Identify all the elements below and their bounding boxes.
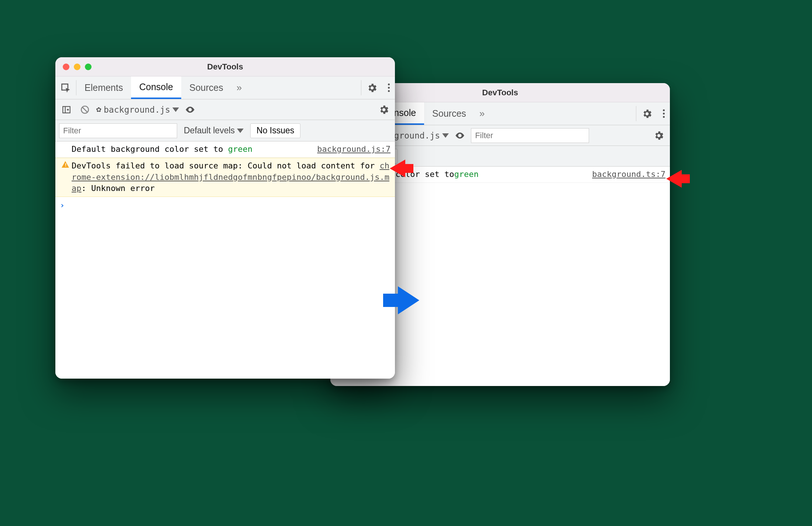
console-toolbar: ✿ background.js: [55, 99, 395, 120]
warning-row: DevTools failed to load source map: Coul…: [55, 158, 395, 197]
prompt-chevron-icon: ›: [60, 201, 65, 210]
more-vertical-icon: [388, 83, 390, 92]
filter-input[interactable]: [59, 123, 177, 138]
issues-button[interactable]: No Issues: [250, 123, 300, 138]
gutter: [59, 144, 72, 155]
console-filterbar: Default levels No Issues: [55, 120, 395, 141]
sidebar-toggle-button[interactable]: [59, 102, 74, 117]
log-message: background.js:7 Default background color…: [72, 144, 390, 155]
filter-input[interactable]: [471, 128, 589, 143]
gear-icon: [378, 104, 389, 115]
kebab-menu-button[interactable]: [383, 76, 395, 99]
chevron-down-icon: [442, 133, 449, 138]
console-prompt-row[interactable]: ›: [55, 197, 395, 214]
kebab-menu-button[interactable]: [658, 102, 670, 125]
log-color-word: green: [228, 144, 252, 154]
red-arrow-annotation-right: [666, 170, 682, 188]
titlebar: DevTools: [55, 57, 395, 76]
tab-console[interactable]: Console: [131, 76, 181, 99]
traffic-lights: [63, 64, 92, 70]
more-tabs-button[interactable]: »: [231, 76, 247, 99]
window-title: DevTools: [207, 62, 243, 72]
devtools-window-left: DevTools Elements Console Sources »: [55, 57, 395, 379]
levels-label: Default levels: [184, 126, 235, 136]
gear-small-icon: ✿: [96, 106, 102, 114]
tab-label: Elements: [85, 82, 123, 93]
log-source-link[interactable]: background.ts:7: [588, 169, 665, 180]
context-label: background.js: [104, 105, 170, 115]
gear-icon: [653, 130, 664, 141]
live-expression-button[interactable]: [183, 102, 197, 117]
log-source-link[interactable]: background.js:7: [313, 144, 390, 155]
tab-elements[interactable]: Elements: [76, 76, 131, 99]
inspect-button[interactable]: [55, 76, 76, 99]
warning-suffix: : Unknown error: [82, 184, 155, 193]
eye-icon: [185, 105, 195, 115]
warning-icon: [62, 161, 69, 168]
tab-label: Console: [139, 82, 173, 92]
sidebar-icon: [62, 105, 71, 115]
tab-label: Sources: [189, 82, 223, 93]
log-color-word: green: [454, 169, 478, 180]
inspect-icon: [61, 83, 71, 93]
levels-selector[interactable]: Default levels: [184, 126, 244, 136]
chevron-down-icon: [237, 129, 244, 133]
chevron-down-icon: [172, 107, 179, 112]
live-expression-button[interactable]: [453, 128, 467, 143]
warning-message: DevTools failed to load source map: Coul…: [72, 160, 390, 194]
tab-sources[interactable]: Sources: [424, 102, 474, 125]
more-tabs-button[interactable]: »: [474, 102, 490, 125]
more-vertical-icon: [663, 109, 665, 118]
gear-icon: [367, 82, 378, 93]
issues-label: No Issues: [257, 126, 294, 136]
console-output: background.js:7 Default background color…: [55, 141, 395, 379]
gutter: [59, 160, 72, 194]
main-tabbar: Elements Console Sources »: [55, 76, 395, 99]
eye-icon: [455, 130, 465, 141]
zoom-dot[interactable]: [85, 64, 92, 70]
blue-arrow-annotation: [398, 286, 419, 314]
console-settings-button[interactable]: [376, 102, 391, 117]
window-title: DevTools: [482, 88, 518, 98]
ban-icon: [80, 105, 90, 115]
settings-button[interactable]: [636, 102, 658, 125]
warning-prefix: DevTools failed to load source map: Coul…: [72, 161, 379, 170]
gear-icon: [641, 108, 653, 119]
minimize-dot[interactable]: [74, 64, 80, 70]
log-row: background.js:7 Default background color…: [55, 141, 395, 158]
close-dot[interactable]: [63, 64, 69, 70]
tab-label: Sources: [432, 108, 466, 119]
settings-button[interactable]: [361, 76, 383, 99]
red-arrow-annotation-left: [390, 160, 405, 177]
context-selector[interactable]: ✿ background.js: [96, 105, 179, 115]
clear-console-button[interactable]: [78, 102, 92, 117]
console-settings-button[interactable]: [651, 128, 666, 143]
chevron-right-double-icon: »: [237, 82, 242, 93]
log-text: Default background color set to: [72, 144, 228, 154]
chevron-right-double-icon: »: [479, 108, 485, 119]
tab-sources[interactable]: Sources: [181, 76, 231, 99]
